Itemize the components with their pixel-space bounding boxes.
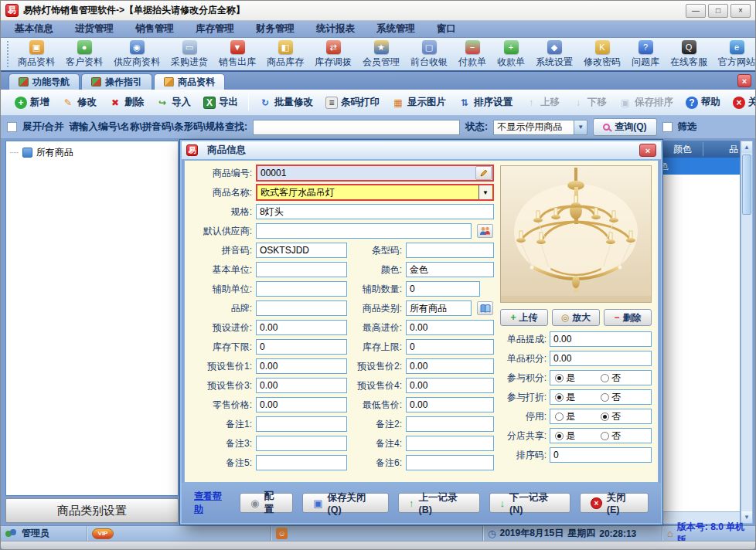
edit-code-button[interactable] <box>475 166 492 180</box>
supplier-picker-button[interactable] <box>477 224 493 238</box>
pair-row-6-right-input[interactable]: 0 <box>406 339 494 355</box>
stock-box-button[interactable]: ◧商品库存 <box>261 39 309 70</box>
view-help-link[interactable]: 查看帮助 <box>194 490 230 516</box>
next-record-button[interactable]: ↓下一记录(N) <box>489 493 571 513</box>
radio-option-yes[interactable]: 是 <box>555 372 601 385</box>
tab-1[interactable]: 功能导航 <box>9 73 80 90</box>
pair-row-10-left-input[interactable] <box>256 416 347 432</box>
pair-row-2-right-input[interactable]: 金色 <box>406 262 494 277</box>
pair-row-11-right-input[interactable] <box>406 436 494 451</box>
radio-option-no[interactable]: 否 <box>601 391 646 404</box>
spec-field[interactable]: 8灯头 <box>256 204 494 219</box>
radio-no-icon[interactable] <box>601 413 609 421</box>
upload-photo-button[interactable]: +上传 <box>500 309 548 326</box>
website-button[interactable]: e官方网站 <box>713 39 755 70</box>
menu-item-6[interactable]: 统计报表 <box>305 21 366 37</box>
purchase-truck-button[interactable]: ▭采购进货 <box>165 39 213 70</box>
sort-settings-button[interactable]: ⇅排序设置 <box>452 96 519 109</box>
delete-button[interactable]: ✖删除 <box>103 96 150 109</box>
dialog-close-icon[interactable]: × <box>639 144 656 157</box>
customer-data-button[interactable]: ●客户资料 <box>60 39 108 70</box>
show-image-button[interactable]: ▦显示图片 <box>386 96 452 109</box>
filter-checkbox[interactable] <box>662 122 673 132</box>
status-dropdown[interactable]: 不显示停用商品 ▼ <box>493 120 587 135</box>
scrollbar-thumb[interactable] <box>742 154 751 215</box>
menu-item-1[interactable]: 基本信息 <box>4 21 64 37</box>
menu-item-8[interactable]: 窗口 <box>426 21 467 37</box>
pair-row-5-left-input[interactable]: 0.00 <box>256 320 347 335</box>
product-name-field[interactable]: 欧式客厅水晶吊灯▼ <box>256 184 494 201</box>
tab-close-button[interactable]: × <box>737 74 751 87</box>
radio-yes-icon[interactable] <box>555 432 564 440</box>
radio-option-no[interactable]: 否 <box>601 410 646 423</box>
member-button[interactable]: ★会员管理 <box>357 39 405 70</box>
radio-yes-icon[interactable] <box>555 374 564 382</box>
column-header-color[interactable]: 颜色 <box>673 141 692 158</box>
radio-option-no[interactable]: 否 <box>601 372 646 385</box>
pair-row-6-left-input[interactable]: 0 <box>256 339 347 355</box>
faq-button[interactable]: ?问题库 <box>626 39 665 70</box>
pair-row-9-right-input[interactable]: 0.00 <box>406 397 494 413</box>
batch-edit-button[interactable]: ↻批量修改 <box>253 96 319 109</box>
tree-item-all-products[interactable]: ····· 所有商品 <box>9 146 175 159</box>
product-code-field[interactable]: 00001 <box>256 165 494 182</box>
supplier-data-button[interactable]: ◉供应商资料 <box>108 39 165 70</box>
restore-button[interactable]: □ <box>708 4 728 18</box>
minimize-button[interactable]: — <box>686 4 706 18</box>
radio-option-no[interactable]: 否 <box>601 429 646 443</box>
pair-row-3-left-input[interactable] <box>256 281 347 297</box>
pair-row-9-left-input[interactable]: 0.00 <box>256 397 347 413</box>
right-field-1-input[interactable]: 0.00 <box>550 331 652 347</box>
pair-row-12-left-input[interactable] <box>256 455 347 470</box>
radio-yes-icon[interactable] <box>555 413 564 421</box>
pair-row-7-left-input[interactable]: 0.00 <box>256 358 347 374</box>
radio-no-icon[interactable] <box>601 393 609 402</box>
product-data-button[interactable]: ▣商品资料 <box>12 39 60 70</box>
expand-merge-checkbox[interactable] <box>7 122 17 132</box>
chevron-down-icon[interactable]: ▼ <box>478 185 492 199</box>
pair-row-7-right-input[interactable]: 0.00 <box>406 358 494 374</box>
pair-row-4-left-input[interactable] <box>256 300 347 316</box>
query-button[interactable]: 查询(Q) <box>593 118 656 136</box>
radio-yes-icon[interactable] <box>555 393 564 402</box>
column-header-brand[interactable]: 品牌 <box>729 141 740 158</box>
save-close-button[interactable]: ▣保存关闭(Q) <box>302 493 389 513</box>
default-supplier-field[interactable] <box>256 223 472 239</box>
tab-2[interactable]: 操作指引 <box>81 73 152 90</box>
pair-row-10-right-input[interactable] <box>406 416 494 432</box>
pair-row-2-left-input[interactable] <box>256 262 347 277</box>
close-button[interactable]: × <box>730 4 751 18</box>
category-settings-button[interactable]: 商品类别设置 <box>5 498 179 523</box>
pair-row-12-right-input[interactable] <box>406 455 494 470</box>
change-password-button[interactable]: K修改密码 <box>578 39 626 70</box>
radio-no-icon[interactable] <box>601 374 609 382</box>
receipt-bill-button[interactable]: +收款单 <box>492 39 530 70</box>
radio-option-yes[interactable]: 是 <box>555 391 601 404</box>
online-service-button[interactable]: Q在线客服 <box>665 39 713 70</box>
delete-photo-button[interactable]: −删除 <box>604 309 652 326</box>
help-button[interactable]: ?帮助 <box>679 96 727 109</box>
menu-item-7[interactable]: 系统管理 <box>366 21 426 37</box>
category-picker-button[interactable] <box>477 301 493 315</box>
menu-item-2[interactable]: 进货管理 <box>64 21 124 37</box>
vertical-scrollbar[interactable]: ▲ ▼ <box>741 141 753 524</box>
system-settings-button[interactable]: ◆系统设置 <box>530 39 578 70</box>
export-excel-button[interactable]: X导出 <box>197 96 244 109</box>
right-field-7-input[interactable]: 0 <box>550 447 652 463</box>
barcode-print-button[interactable]: ≡条码打印 <box>319 96 386 109</box>
menu-item-5[interactable]: 财务管理 <box>245 21 305 37</box>
zoom-photo-button[interactable]: ◎放大 <box>552 309 600 326</box>
chevron-down-icon[interactable]: ▼ <box>574 121 587 134</box>
close-tab-button[interactable]: ×关闭 <box>727 96 755 109</box>
search-input[interactable] <box>253 120 460 135</box>
pair-row-5-right-input[interactable]: 0.00 <box>406 320 494 335</box>
prev-record-button[interactable]: ↑上一记录(B) <box>398 493 480 513</box>
pos-cashier-button[interactable]: ▢前台收银 <box>405 39 453 70</box>
pair-row-3-right-input[interactable]: 0 <box>406 281 480 297</box>
close-dialog-button[interactable]: ×关闭(E) <box>580 493 649 513</box>
radio-option-yes[interactable]: 是 <box>555 410 601 423</box>
radio-no-icon[interactable] <box>601 432 609 440</box>
right-field-2-input[interactable]: 0.00 <box>550 351 652 366</box>
sales-out-button[interactable]: ▼销售出库 <box>213 39 261 70</box>
stock-transfer-button[interactable]: ⇄库存调拨 <box>309 39 357 70</box>
